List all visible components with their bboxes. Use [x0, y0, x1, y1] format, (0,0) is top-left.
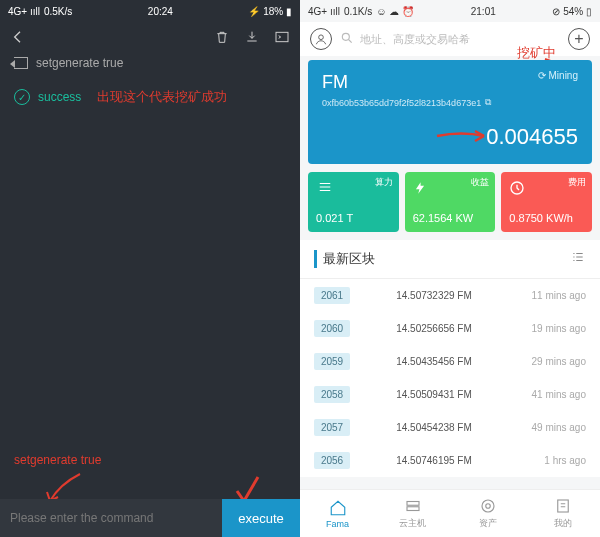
block-row[interactable]: 205914.50435456 FM29 mins ago [300, 345, 600, 378]
copy-icon[interactable]: ⧉ [485, 97, 491, 108]
status-bar: 4G+ ııll 0.1K/s ☺ ☁ ⏰ 21:01 ⊘ 54% ▯ [300, 0, 600, 22]
stat-cost[interactable]: 费用 0.8750 KW/h [501, 172, 592, 232]
tab-assets[interactable]: 资产 [450, 490, 525, 537]
balance-card[interactable]: ⟳ Mining FM 0xfb60b53b65dd79f2f52l8213b4… [308, 60, 592, 164]
top-bar [0, 22, 300, 52]
tab-cloud[interactable]: 云主机 [375, 490, 450, 537]
stat-label: 收益 [471, 176, 489, 189]
search-placeholder: 地址、高度或交易哈希 [360, 32, 470, 47]
back-icon[interactable] [10, 29, 26, 45]
battery-indicator: ⚡ 18% ▮ [248, 6, 292, 17]
block-row[interactable]: 205614.50746195 FM1 hrs ago [300, 444, 600, 477]
block-row[interactable]: 205714.50454238 FM49 mins ago [300, 411, 600, 444]
clock-icon [509, 187, 525, 198]
stat-value: 0.8750 KW/h [509, 212, 573, 224]
bolt-icon [413, 187, 427, 198]
console-screen: 4G+ ııll 0.5K/s 20:24 ⚡ 18% ▮ setgenerat… [0, 0, 300, 537]
stat-hashrate[interactable]: 算力 0.021 T [308, 172, 399, 232]
battery-indicator: ⊘ 54% ▯ [552, 6, 592, 17]
hashrate-icon [316, 185, 334, 196]
list-icon[interactable] [570, 250, 586, 268]
annotation-success: 出现这个代表挖矿成功 [97, 88, 227, 106]
svg-rect-8 [557, 500, 568, 512]
network-indicator: 4G+ ııll [8, 6, 40, 17]
prompt-icon [14, 57, 28, 69]
result-label: success [38, 90, 81, 104]
blocks-section: 最新区块 206114.50732329 FM11 mins ago 20601… [300, 240, 600, 477]
speed-indicator: 0.1K/s [344, 6, 372, 17]
svg-rect-0 [276, 32, 288, 41]
svg-point-2 [342, 33, 349, 40]
add-button[interactable]: + [568, 28, 590, 50]
stats-row: 算力 0.021 T 收益 62.1564 KW 费用 0.8750 KW/h [308, 172, 592, 232]
svg-rect-4 [407, 502, 419, 506]
stat-label: 费用 [568, 176, 586, 189]
tab-home[interactable]: Fama [300, 490, 375, 537]
speed-indicator: 0.5K/s [44, 6, 72, 17]
clock: 21:01 [471, 6, 496, 17]
tab-bar: Fama 云主机 资产 我的 [300, 489, 600, 537]
check-icon: ✓ [14, 89, 30, 105]
blocks-list: 206114.50732329 FM11 mins ago 206014.502… [300, 279, 600, 477]
command-echo: setgenerate true [0, 52, 300, 74]
download-icon[interactable] [244, 29, 260, 45]
svg-rect-5 [407, 507, 419, 511]
typed-command: setgenerate true [14, 453, 101, 467]
svg-point-6 [482, 500, 494, 512]
result-row: ✓ success 出现这个代表挖矿成功 [0, 74, 300, 120]
stat-label: 算力 [375, 176, 393, 189]
network-indicator: 4G+ ııll [308, 6, 340, 17]
stat-earnings[interactable]: 收益 62.1564 KW [405, 172, 496, 232]
svg-point-1 [319, 35, 324, 40]
status-bar: 4G+ ııll 0.5K/s 20:24 ⚡ 18% ▮ [0, 0, 300, 22]
tab-mine[interactable]: 我的 [525, 490, 600, 537]
clock: 20:24 [148, 6, 173, 17]
svg-point-7 [485, 504, 490, 509]
block-row[interactable]: 206114.50732329 FM11 mins ago [300, 279, 600, 312]
command-text: setgenerate true [36, 56, 123, 70]
command-bar: Please enter the command execute [0, 499, 300, 537]
wallet-screen: 4G+ ııll 0.1K/s ☺ ☁ ⏰ 21:01 ⊘ 54% ▯ 地址、高… [300, 0, 600, 537]
block-row[interactable]: 206014.50256656 FM19 mins ago [300, 312, 600, 345]
stat-value: 62.1564 KW [413, 212, 474, 224]
trash-icon[interactable] [214, 29, 230, 45]
status-icons: ☺ ☁ ⏰ [376, 6, 414, 17]
terminal-icon[interactable] [274, 29, 290, 45]
block-row[interactable]: 205814.50509431 FM41 mins ago [300, 378, 600, 411]
blocks-title: 最新区块 [314, 250, 375, 268]
execute-button[interactable]: execute [222, 499, 300, 537]
stat-value: 0.021 T [316, 212, 353, 224]
search-icon [340, 31, 354, 47]
profile-icon[interactable] [310, 28, 332, 50]
mining-status: ⟳ Mining [538, 70, 578, 81]
arrow-annotation-balance [432, 126, 492, 146]
command-input[interactable]: Please enter the command [0, 499, 222, 537]
wallet-address[interactable]: 0xfb60b53b65dd79f2f52l8213b4d673e1 ⧉ [322, 97, 578, 108]
